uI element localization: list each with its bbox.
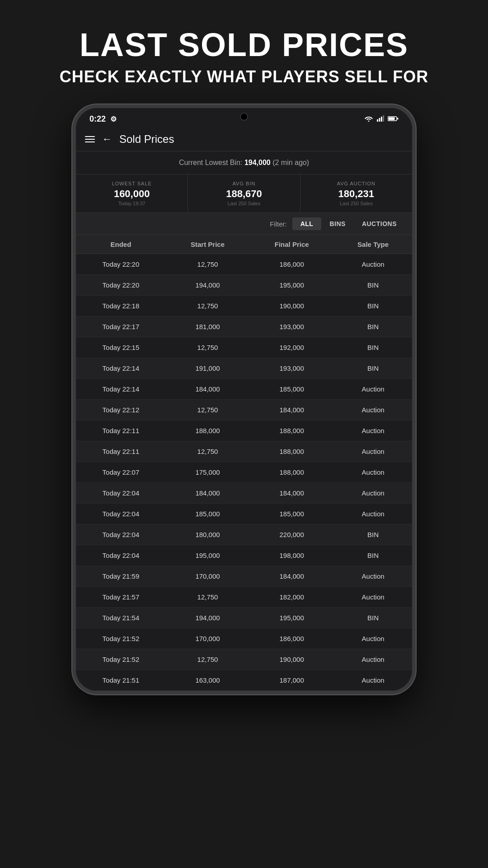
cell-type: Auction xyxy=(334,670,412,691)
signal-icon xyxy=(377,115,384,123)
cell-final: 188,000 xyxy=(249,441,334,462)
table-row: Today 22:14184,000185,000Auction xyxy=(76,379,412,400)
cell-type: BIN xyxy=(334,337,412,358)
svg-rect-2 xyxy=(379,118,380,122)
table-row: Today 22:17181,000193,000BIN xyxy=(76,316,412,337)
cell-final: 182,000 xyxy=(249,587,334,608)
cell-type: BIN xyxy=(334,316,412,337)
cell-start: 12,750 xyxy=(166,296,249,316)
col-header: Ended xyxy=(76,235,166,254)
status-time: 0:22 xyxy=(89,114,106,124)
stat-label: AVG BIN xyxy=(195,181,292,186)
cell-start: 181,000 xyxy=(166,316,249,337)
cell-final: 193,000 xyxy=(249,358,334,379)
cell-ended: Today 21:57 xyxy=(76,587,166,608)
cell-start: 12,750 xyxy=(166,587,249,608)
cell-ended: Today 22:14 xyxy=(76,358,166,379)
sales-table: EndedStart PriceFinal PriceSale Type Tod… xyxy=(76,235,412,691)
cell-final: 195,000 xyxy=(249,275,334,296)
cell-start: 185,000 xyxy=(166,504,249,524)
stat-value: 180,231 xyxy=(308,188,405,200)
filter-buttons: ALLBINSAUCTIONS xyxy=(292,217,405,230)
cell-start: 184,000 xyxy=(166,483,249,504)
filter-option-bins[interactable]: BINS xyxy=(321,217,353,230)
stat-sub: Today 19:37 xyxy=(83,201,180,206)
cell-start: 170,000 xyxy=(166,566,249,587)
cell-type: Auction xyxy=(334,441,412,462)
cell-ended: Today 21:54 xyxy=(76,608,166,628)
cell-final: 190,000 xyxy=(249,649,334,670)
cell-final: 184,000 xyxy=(249,483,334,504)
table-row: Today 22:2012,750186,000Auction xyxy=(76,254,412,275)
wifi-icon xyxy=(364,115,373,123)
cell-ended: Today 21:59 xyxy=(76,566,166,587)
cell-ended: Today 22:04 xyxy=(76,483,166,504)
cell-type: BIN xyxy=(334,608,412,628)
col-header: Sale Type xyxy=(334,235,412,254)
back-button[interactable]: ← xyxy=(102,133,112,145)
cell-start: 12,750 xyxy=(166,400,249,420)
cell-final: 190,000 xyxy=(249,296,334,316)
svg-rect-4 xyxy=(383,115,385,122)
table-row: Today 21:5212,750190,000Auction xyxy=(76,649,412,670)
cell-start: 194,000 xyxy=(166,608,249,628)
nav-bar: ← Sold Prices xyxy=(76,127,412,151)
cell-start: 194,000 xyxy=(166,275,249,296)
cell-type: Auction xyxy=(334,566,412,587)
cell-final: 186,000 xyxy=(249,254,334,275)
table-row: Today 22:1112,750188,000Auction xyxy=(76,441,412,462)
cell-start: 170,000 xyxy=(166,628,249,649)
app-content: Current Lowest Bin: 194,000 (2 min ago) … xyxy=(76,151,412,691)
filter-option-all[interactable]: ALL xyxy=(292,217,322,230)
cell-ended: Today 22:17 xyxy=(76,316,166,337)
cell-type: BIN xyxy=(334,524,412,545)
table-row: Today 22:04184,000184,000Auction xyxy=(76,483,412,504)
cell-ended: Today 21:52 xyxy=(76,649,166,670)
filter-option-auctions[interactable]: AUCTIONS xyxy=(354,217,405,230)
svg-rect-6 xyxy=(389,117,395,120)
cell-final: 188,000 xyxy=(249,420,334,441)
stat-value: 188,670 xyxy=(195,188,292,200)
cell-type: Auction xyxy=(334,420,412,441)
cell-type: Auction xyxy=(334,628,412,649)
cell-type: Auction xyxy=(334,462,412,483)
cell-start: 175,000 xyxy=(166,462,249,483)
cell-final: 195,000 xyxy=(249,608,334,628)
stat-sub: Last 250 Sales xyxy=(195,201,292,206)
cell-start: 188,000 xyxy=(166,420,249,441)
cell-final: 198,000 xyxy=(249,545,334,566)
cell-ended: Today 21:51 xyxy=(76,670,166,691)
table-row: Today 21:59170,000184,000Auction xyxy=(76,566,412,587)
table-row: Today 22:07175,000188,000Auction xyxy=(76,462,412,483)
cell-ended: Today 22:18 xyxy=(76,296,166,316)
lowest-bin-time: (2 min ago) xyxy=(272,159,309,166)
svg-rect-7 xyxy=(397,118,399,119)
cell-type: BIN xyxy=(334,296,412,316)
table-row: Today 21:54194,000195,000BIN xyxy=(76,608,412,628)
cell-ended: Today 22:14 xyxy=(76,379,166,400)
filter-label: Filter: xyxy=(270,220,287,228)
cell-type: BIN xyxy=(334,275,412,296)
cell-type: Auction xyxy=(334,483,412,504)
cell-ended: Today 22:11 xyxy=(76,420,166,441)
cell-start: 191,000 xyxy=(166,358,249,379)
camera-notch xyxy=(240,113,248,121)
col-header: Final Price xyxy=(249,235,334,254)
cell-ended: Today 22:20 xyxy=(76,254,166,275)
cell-start: 184,000 xyxy=(166,379,249,400)
cell-ended: Today 22:11 xyxy=(76,441,166,462)
cell-ended: Today 22:04 xyxy=(76,545,166,566)
stat-sub: Last 250 Sales xyxy=(308,201,405,206)
status-left: 0:22 ⚙ xyxy=(89,114,117,124)
table-row: Today 21:51163,000187,000Auction xyxy=(76,670,412,691)
lowest-bin-label: Current Lowest Bin: xyxy=(179,159,243,166)
table-row: Today 22:20194,000195,000BIN xyxy=(76,275,412,296)
cell-ended: Today 22:12 xyxy=(76,400,166,420)
hamburger-icon[interactable] xyxy=(85,136,95,142)
cell-ended: Today 22:20 xyxy=(76,275,166,296)
table-row: Today 22:1212,750184,000Auction xyxy=(76,400,412,420)
cell-start: 163,000 xyxy=(166,670,249,691)
cell-final: 185,000 xyxy=(249,504,334,524)
table-row: Today 22:1812,750190,000BIN xyxy=(76,296,412,316)
table-body: Today 22:2012,750186,000AuctionToday 22:… xyxy=(76,254,412,691)
